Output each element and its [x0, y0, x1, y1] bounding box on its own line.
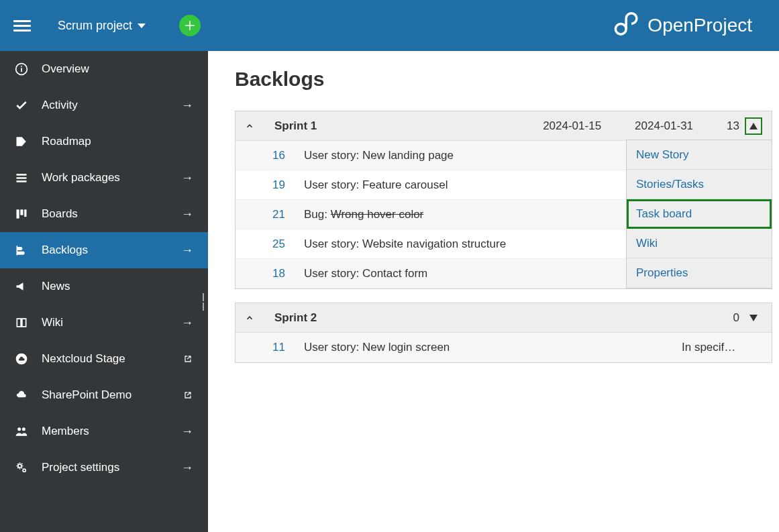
backlog-item-row[interactable]: 11User story: New login screenIn specif…: [236, 333, 772, 362]
backlog-item-id[interactable]: 19: [245, 178, 304, 192]
backlog-item-id[interactable]: 18: [245, 267, 304, 280]
gears-icon: [15, 461, 31, 474]
backlog-item-id[interactable]: 21: [245, 208, 304, 221]
sprint-menu-toggle[interactable]: [745, 117, 762, 135]
backlog-item-title: User story: New login screen: [304, 341, 682, 354]
sprint-start-date: 2024-01-15: [543, 119, 601, 133]
backlog-item-title: User story: New landing page: [304, 149, 682, 162]
sidebar-item-label: SharePoint Demo: [42, 388, 183, 402]
sidebar-item-label: Work packages: [42, 171, 181, 184]
sprint-menu-toggle[interactable]: [745, 309, 762, 327]
sidebar-item-label: Nextcloud Stage: [42, 352, 183, 366]
openproject-icon: [613, 11, 641, 40]
arrow-right-icon: →: [181, 425, 193, 439]
svg-rect-5: [17, 177, 27, 179]
dropdown-item-properties[interactable]: Properties: [627, 258, 772, 288]
svg-rect-10: [17, 246, 18, 255]
sprint-points: 0: [733, 311, 739, 325]
backlog-item-title: User story: Contact form: [304, 267, 682, 280]
sprint-header: Sprint 20: [236, 303, 772, 333]
svg-rect-3: [21, 66, 22, 67]
sidebar-item-overview[interactable]: Overview: [0, 51, 208, 87]
sidebar-item-label: Wiki: [42, 316, 181, 329]
collapse-toggle[interactable]: [245, 313, 254, 323]
sprint-end-date: 2024-01-31: [635, 119, 693, 133]
top-bar: Scrum project OpenProject: [0, 0, 779, 51]
svg-point-0: [616, 23, 627, 34]
sidebar-item-activity[interactable]: Activity→: [0, 87, 208, 123]
sidebar-item-backlogs[interactable]: Backlogs→: [0, 232, 208, 268]
arrow-right-icon: →: [181, 244, 193, 258]
sidebar-item-boards[interactable]: Boards→: [0, 196, 208, 232]
svg-point-14: [18, 464, 21, 468]
brand-text: OpenProject: [647, 15, 752, 36]
sidebar-item-roadmap[interactable]: Roadmap: [0, 123, 208, 160]
cloud-circle-icon: [15, 352, 31, 366]
sidebar-item-project-settings[interactable]: Project settings→: [0, 449, 208, 486]
sidebar-resize-handle[interactable]: [203, 292, 207, 312]
arrow-right-icon: →: [181, 316, 193, 330]
backlog-item-title: User story: Feature carousel: [304, 178, 682, 192]
backlog-icon: [15, 244, 31, 257]
sprint: Sprint 2011User story: New login screenI…: [235, 303, 772, 363]
page-title: Backlogs: [235, 68, 772, 91]
main-content: Backlogs Sprint 12024-01-152024-01-31131…: [208, 51, 779, 532]
check-icon: [15, 99, 31, 112]
sprint-name[interactable]: Sprint 1: [274, 119, 543, 133]
external-link-icon: [183, 390, 193, 401]
sidebar-item-sharepoint-demo[interactable]: SharePoint Demo: [0, 377, 208, 413]
dropdown-item-task-board[interactable]: Task board: [627, 199, 772, 229]
svg-rect-7: [17, 209, 19, 218]
sidebar-item-label: News: [42, 280, 193, 293]
cloud-icon: [15, 388, 31, 402]
svg-point-12: [17, 427, 21, 431]
dropdown-item-stories-tasks[interactable]: Stories/Tasks: [627, 170, 772, 199]
info-icon: [15, 62, 31, 76]
backlog-item-id[interactable]: 25: [245, 237, 304, 251]
project-name: Scrum project: [58, 19, 132, 33]
dropdown-item-wiki[interactable]: Wiki: [627, 229, 772, 258]
sprint-points: 13: [727, 119, 739, 133]
arrow-right-icon: →: [181, 99, 193, 113]
svg-rect-2: [21, 68, 22, 72]
arrow-right-icon: →: [181, 207, 193, 221]
sidebar-item-label: Backlogs: [42, 244, 181, 257]
sprint-name[interactable]: Sprint 2: [274, 311, 733, 325]
sidebar-item-label: Overview: [42, 62, 193, 76]
backlog-item-status: In specif…: [682, 341, 762, 354]
caret-down-icon: [138, 23, 146, 28]
external-link-icon: [183, 354, 193, 364]
sprint-dropdown: New StoryStories/TasksTask boardWikiProp…: [626, 140, 772, 288]
sidebar: OverviewActivity→RoadmapWork packages→Bo…: [0, 51, 208, 532]
sidebar-item-news[interactable]: News: [0, 268, 208, 305]
collapse-toggle[interactable]: [245, 121, 254, 131]
book-icon: [15, 316, 31, 329]
sidebar-item-members[interactable]: Members→: [0, 413, 208, 449]
svg-rect-9: [24, 209, 26, 217]
project-selector[interactable]: Scrum project: [58, 19, 146, 33]
sidebar-item-label: Activity: [42, 99, 181, 112]
backlog-item-id[interactable]: 16: [245, 149, 304, 162]
backlog-item-title: User story: Website navigation structure: [304, 237, 682, 251]
svg-rect-6: [17, 180, 27, 182]
sidebar-item-wiki[interactable]: Wiki→: [0, 305, 208, 341]
sidebar-item-label: Boards: [42, 207, 181, 221]
sidebar-item-nextcloud-stage[interactable]: Nextcloud Stage: [0, 341, 208, 377]
sprint: Sprint 12024-01-152024-01-311316User sto…: [235, 111, 772, 289]
board-icon: [15, 207, 31, 221]
backlog-item-title: Bug: Wrong hover color: [304, 208, 682, 221]
sidebar-item-work-packages[interactable]: Work packages→: [0, 160, 208, 196]
svg-point-15: [23, 469, 25, 472]
list-icon: [15, 171, 31, 184]
add-button[interactable]: [179, 15, 201, 36]
sprint-header: Sprint 12024-01-152024-01-3113: [236, 111, 772, 141]
sidebar-item-label: Roadmap: [42, 135, 193, 148]
dropdown-item-new-story[interactable]: New Story: [627, 140, 772, 170]
plus-icon: [184, 19, 196, 32]
backlog-item-id[interactable]: 11: [245, 341, 304, 354]
sidebar-item-label: Members: [42, 425, 181, 438]
brand-logo: OpenProject: [613, 11, 752, 40]
svg-rect-8: [20, 209, 23, 215]
main-menu-toggle[interactable]: [13, 17, 31, 34]
megaphone-icon: [15, 280, 31, 293]
